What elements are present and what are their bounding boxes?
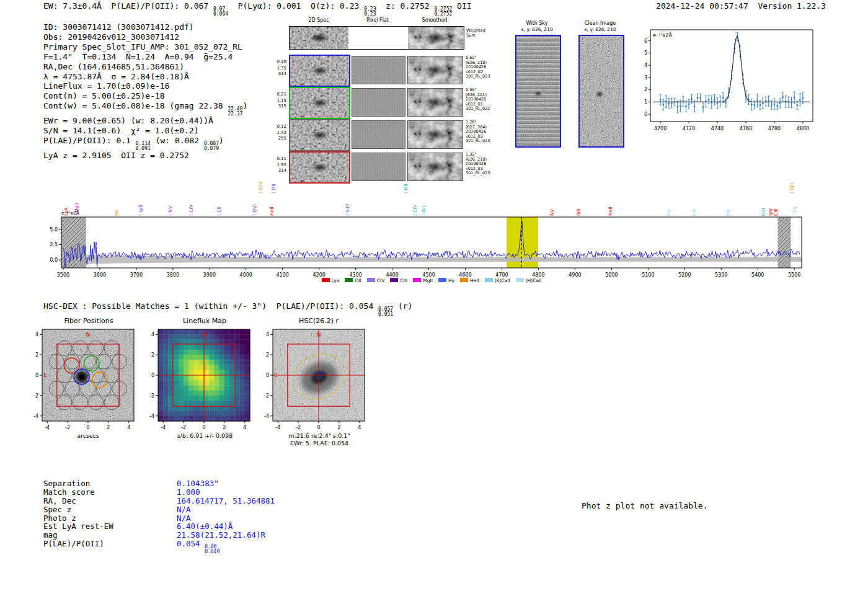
axis-label: 0.0 xyxy=(50,257,58,263)
match-field-value: 6.40(±0.44)Å xyxy=(177,522,232,531)
axis-label: 5400 xyxy=(751,272,764,278)
smoothed-image xyxy=(407,56,463,84)
axis-label: 2 xyxy=(151,352,154,358)
sky-panel-title: With Sky xyxy=(503,20,571,26)
source-blob xyxy=(312,131,328,139)
hsc-caption-ewr-plae: EWr: 5. PLAE: 0.054 xyxy=(267,440,372,447)
text-segment: S/N = 14.1(±0.6) χ² = 1.0(±0.2) xyxy=(43,126,198,135)
stacked-uncertainty: 0.060.049 xyxy=(205,544,219,554)
legend-label: (K)CaII xyxy=(495,278,510,283)
legend-item: CIV xyxy=(367,278,385,283)
axis-label: 0 xyxy=(266,373,269,378)
match-field-value: N/A xyxy=(177,513,191,523)
axis-label: 4500 xyxy=(422,272,435,278)
text-segment: LyA z = 2.9105 OII z = 0.2752 xyxy=(43,151,189,160)
legend-label: HeII xyxy=(470,278,479,283)
spec2d-image xyxy=(289,87,350,119)
text-segment: EW: 7.3±0.4Å P(LAE)/P(OII): 0.067 xyxy=(43,1,213,11)
noise-texture xyxy=(352,153,405,180)
legend-swatch xyxy=(516,278,524,282)
fiber-xlabel: arcsecs xyxy=(42,432,134,439)
legend-item: MgII xyxy=(413,278,433,283)
legend-label: CIII xyxy=(400,278,407,283)
axis-label: E xyxy=(43,372,47,378)
text-segment: 0.104383" xyxy=(177,479,219,488)
match-field-label: Photo z xyxy=(43,513,177,523)
text-segment: 164.614717, 51.364881 xyxy=(177,496,275,505)
emission-line-marker: ( OII xyxy=(403,184,409,193)
axis-label: 0 xyxy=(35,373,38,378)
match-field-label: P(LAE)/P(OII) xyxy=(43,539,177,548)
sky-panel-title: Clean Image xyxy=(566,20,634,26)
axis-label: 0 xyxy=(151,373,154,378)
axis-label: 5500 xyxy=(788,272,800,278)
axis-label: 4 xyxy=(358,425,361,430)
axis-label: -2 xyxy=(65,425,70,430)
axis-label: 4300 xyxy=(349,272,361,278)
axis-label: E xyxy=(274,372,278,378)
row-annotation: 0.52"(626, 210)20190426v012_02301_RL_023 xyxy=(466,56,497,79)
weighted-sum-row xyxy=(289,26,464,50)
pixelflat-image xyxy=(352,120,405,149)
axis-label: -2 xyxy=(33,393,38,399)
pixelflat-image xyxy=(352,56,405,84)
info-line: Obs: 20190426v012_3003071412 xyxy=(43,32,247,42)
legend-item: HeII xyxy=(460,278,479,283)
text-segment: (w: 0.082 xyxy=(151,136,204,145)
weighted-sum-label: WeightedSum xyxy=(466,29,496,38)
pixelflat-image xyxy=(352,88,405,117)
text-segment: P(LAE)/P(OII): 0.1 xyxy=(43,136,136,145)
info-line: F=1.4" T̄=0.134 N̄=1.24 A=0.94 ḡ=25.4 xyxy=(43,52,247,62)
match-field-value: 0.054 0.060.049 xyxy=(177,539,219,548)
fiber-positions-title: Fiber Positions xyxy=(36,317,141,325)
axis-label: 4600 xyxy=(459,272,471,278)
smoothed-image xyxy=(407,88,463,117)
legend-label: MgII xyxy=(423,278,433,283)
axis-label: 4 xyxy=(151,332,154,337)
row-left-labels: 0.211.19315 xyxy=(265,92,286,110)
text-segment: OII xyxy=(452,1,471,11)
fiber-positions-plot: NE-4-4-2-2002244 xyxy=(24,328,139,433)
hsc-cutout-title: HSC(26.2) r xyxy=(266,317,371,325)
axis-label: 4900 xyxy=(569,272,581,278)
text-segment: N/A xyxy=(177,505,191,514)
text-segment: ID: 3003071412 (3003071412.pdf) xyxy=(43,22,194,32)
legend-swatch xyxy=(345,278,353,282)
legend-swatch xyxy=(438,278,446,282)
info-line: EWr = 9.00(±0.65) (w: 8.20(±0.44))Å xyxy=(43,116,247,126)
axis-label: -4 xyxy=(264,414,269,419)
spec2d-image xyxy=(289,55,350,87)
legend-swatch xyxy=(485,278,493,282)
row-left-labels: 0.111.93314 xyxy=(265,156,286,174)
axis-label: 4700 xyxy=(654,126,666,131)
legend-item: OII xyxy=(345,278,361,283)
axis-label: 2 xyxy=(644,87,647,92)
axis-label: 4400 xyxy=(386,272,398,278)
match-field-value: 21.58(21.52,21.64)R xyxy=(177,530,265,540)
axis-label: 5300 xyxy=(715,272,727,278)
axis-label: e⁻¹⁷x2Å xyxy=(653,32,672,38)
legend-swatch xyxy=(367,278,375,282)
axis-label: 3500 xyxy=(57,272,69,278)
catalog-match-table: Separation0.104383"Match score1.000RA, D… xyxy=(43,479,275,548)
axis-label: -4 xyxy=(33,414,38,419)
report-timestamp-version: 2024-12-24 00:57:47 Version 1.22.3 xyxy=(656,1,826,11)
axis-label: 3800 xyxy=(167,272,179,278)
hsc-image-plot: NE-4-4-2-2002244 xyxy=(254,328,370,433)
legend-label: CIV xyxy=(377,278,385,283)
stacked-uncertainty: 0.27520.2752 xyxy=(434,7,452,16)
axis-label: 0 xyxy=(644,112,647,117)
hsc-caption-morphology: m:21.6 re:2.4" s:0.1" xyxy=(267,432,372,439)
axis-label: 4760 xyxy=(740,126,752,131)
text-segment: Primary Spec_Slot_IFU_AMP: 301_052_072_R… xyxy=(43,42,242,51)
spec2d-image xyxy=(290,27,348,49)
info-line: P(LAE)/P(OII): 0.1 0.1140.091 (w: 0.082 … xyxy=(43,136,247,151)
info-line: Cont(w) = 5.40(±0.08)e-18 (gmag 22.38 22… xyxy=(43,101,247,116)
text-segment: 0.054 xyxy=(177,539,205,548)
info-line: LineFlux = 1.70(±0.09)e-16 xyxy=(43,81,247,91)
match-table-row: mag21.58(21.52,21.64)R xyxy=(43,530,275,539)
match-field-value: 1.000 xyxy=(177,487,200,497)
row-left-labels: 0.401.35314 xyxy=(265,60,286,78)
axis-label: 2 xyxy=(266,352,269,358)
source-blob xyxy=(595,91,603,97)
